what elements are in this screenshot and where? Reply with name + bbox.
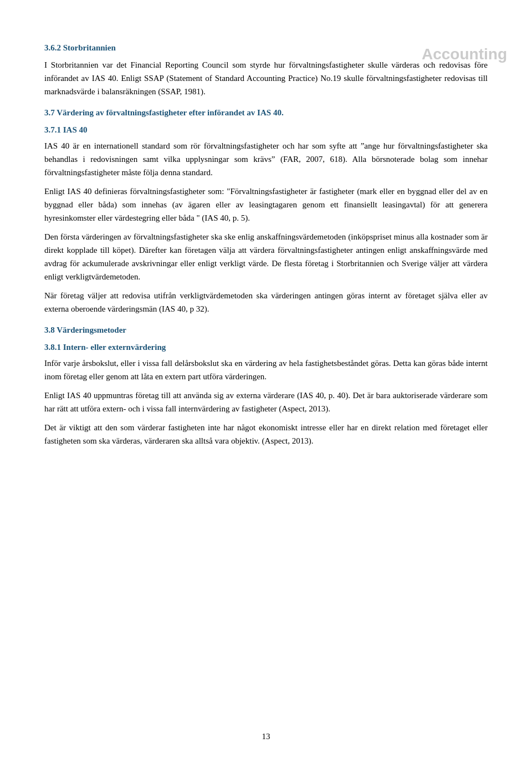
section-381-heading: 3.8.1 Intern- eller externvärdering [44, 343, 488, 352]
section-38-heading: 3.8 Värderingsmetoder [44, 325, 488, 335]
section-381-para-2: Det är viktigt att den som värderar fast… [44, 421, 488, 447]
section-362-para-0: I Storbritannien var det Financial Repor… [44, 58, 488, 98]
section-371-heading: 3.7.1 IAS 40 [44, 125, 488, 135]
section-37: 3.7 Värdering av förvaltningsfastigheter… [44, 108, 488, 118]
section-371: 3.7.1 IAS 40 IAS 40 är en internationell… [44, 125, 488, 316]
section-371-para-1: Enligt IAS 40 definieras förvaltningsfas… [44, 185, 488, 225]
page-number: 13 [262, 732, 270, 741]
page-container: Accounting 3.6.2 Storbritannien I Storbr… [0, 0, 532, 758]
section-362-heading: 3.6.2 Storbritannien [44, 43, 488, 53]
section-381-para-1: Enligt IAS 40 uppmuntras företag till at… [44, 389, 488, 415]
section-381-para-0: Inför varje årsbokslut, eller i vissa fa… [44, 357, 488, 383]
section-371-para-0: IAS 40 är en internationell standard som… [44, 139, 488, 179]
section-371-para-2: Den första värderingen av förvaltningsfa… [44, 230, 488, 283]
section-38: 3.8 Värderingsmetoder [44, 325, 488, 335]
watermark-text: Accounting [422, 45, 507, 63]
section-37-heading: 3.7 Värdering av förvaltningsfastigheter… [44, 108, 488, 118]
section-371-para-3: När företag väljer att redovisa utifrån … [44, 289, 488, 316]
section-362: 3.6.2 Storbritannien I Storbritannien va… [44, 43, 488, 98]
section-381: 3.8.1 Intern- eller externvärdering Infö… [44, 343, 488, 447]
